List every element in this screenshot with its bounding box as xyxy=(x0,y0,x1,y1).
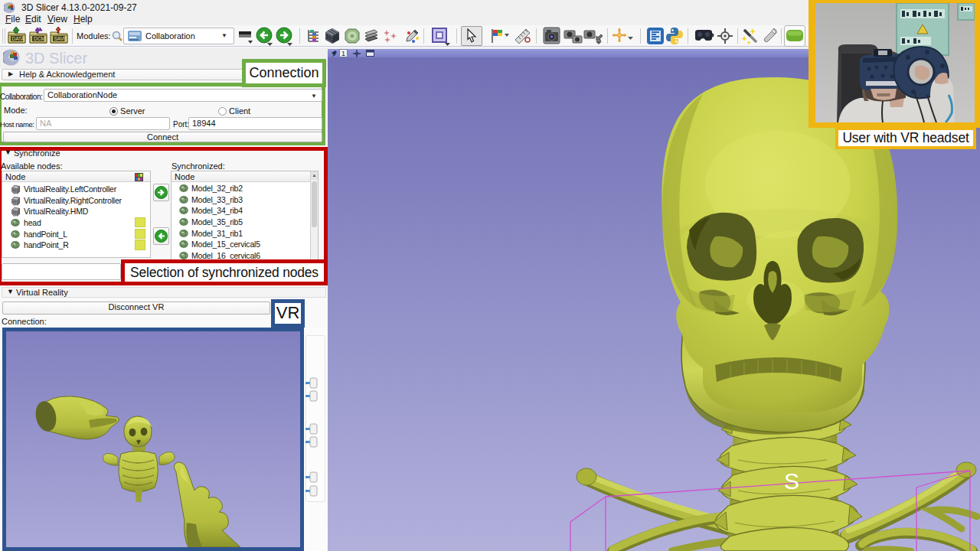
svg-text:DATA: DATA xyxy=(12,36,25,41)
svg-text:DCM: DCM xyxy=(34,36,45,41)
svg-text:SAVE: SAVE xyxy=(54,36,68,41)
svg-text:S: S xyxy=(784,468,799,494)
